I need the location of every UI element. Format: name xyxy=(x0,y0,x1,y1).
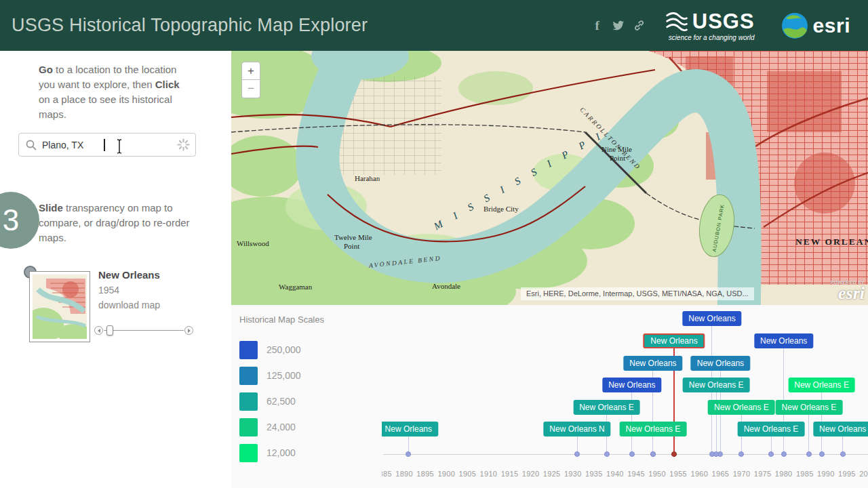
timeline-panel: Historical Map Scales 250,000125,00062,5… xyxy=(231,305,868,488)
axis-year-label: 1885 xyxy=(382,470,392,478)
slider-decrease-button[interactable] xyxy=(94,326,103,335)
axis-year-label: 1940 xyxy=(606,470,624,478)
esri-logo[interactable]: esri xyxy=(781,12,850,39)
download-map-link[interactable]: download map xyxy=(98,300,160,310)
map-year: 1954 xyxy=(98,285,119,296)
axis-year-label: 1990 xyxy=(817,470,835,478)
timeline-connector xyxy=(808,415,809,454)
legend-scale-label: 125,000 xyxy=(267,370,301,381)
axis-year-label: 1965 xyxy=(712,470,730,478)
usgs-logo[interactable]: USGS science for a changing world xyxy=(665,10,755,41)
scale-legend: 250,000125,00062,50024,00012,000 xyxy=(239,340,301,462)
legend-row: 125,000 xyxy=(239,366,301,385)
usgs-tagline: science for a changing world xyxy=(665,34,755,41)
axis-year-label: 1955 xyxy=(669,470,687,478)
search-box xyxy=(18,133,196,157)
axis-year-label: 1950 xyxy=(648,470,666,478)
timeline-map-button[interactable]: New Orleans xyxy=(813,422,868,436)
timeline-year-dot[interactable] xyxy=(604,451,610,457)
legend-color-swatch xyxy=(239,341,258,359)
legend-scale-label: 12,000 xyxy=(267,447,296,458)
search-input[interactable] xyxy=(41,135,172,155)
search-icon xyxy=(25,139,37,151)
text-caret xyxy=(104,139,105,151)
timeline-year-dot[interactable] xyxy=(840,451,846,457)
axis-year-label: 1915 xyxy=(501,470,519,478)
timeline-map-button[interactable]: New Orleans E xyxy=(788,378,855,392)
axis-year-label: 1890 xyxy=(395,470,413,478)
sidebar: Go to a location to the location you wan… xyxy=(0,51,231,488)
instruction-text: Go to a location to the location you wan… xyxy=(39,62,193,122)
axis-year-label: 1930 xyxy=(564,470,582,478)
timeline-map-button[interactable]: New Orleans xyxy=(691,356,750,371)
topo-map-image xyxy=(231,51,868,305)
timeline-map-button[interactable]: New Orleans E xyxy=(573,400,640,415)
timeline-chart[interactable]: New OrleansNew OrleansNew OrleansNew Orl… xyxy=(382,305,868,488)
axis-year-label: 1960 xyxy=(690,470,708,478)
selected-map-card: New Orleans 1954 download map xyxy=(0,266,231,401)
timeline-map-button[interactable]: New Orleans xyxy=(754,333,813,348)
axis-year-label: 1910 xyxy=(480,470,498,478)
timeline-year-dot[interactable] xyxy=(781,451,787,457)
twitter-icon[interactable] xyxy=(612,19,625,33)
facebook-icon[interactable]: f xyxy=(591,19,604,33)
legend-color-swatch xyxy=(239,367,258,385)
loading-spinner-icon xyxy=(177,138,190,151)
timeline-map-button[interactable]: New Orleans E xyxy=(683,378,750,392)
axis-year-label: 1935 xyxy=(585,470,603,478)
right-triangle-icon xyxy=(188,329,191,333)
legend-color-swatch xyxy=(239,392,258,411)
timeline-year-dot[interactable] xyxy=(806,451,812,457)
axis-year-label: 1970 xyxy=(733,470,751,478)
timeline-year-dot[interactable] xyxy=(768,451,774,457)
axis-year-label: 1925 xyxy=(543,470,561,478)
axis-year-label: 1985 xyxy=(796,470,814,478)
timeline-map-button[interactable]: New Orleans E xyxy=(620,422,687,436)
timeline-map-button[interactable]: New Orleans xyxy=(602,378,661,392)
axis-year-label: 1905 xyxy=(459,470,477,478)
timeline-year-dot[interactable] xyxy=(738,451,744,457)
map-view[interactable]: HarahanNine MilePointBridge CityTwelve M… xyxy=(231,51,868,305)
step-3-badge: 3 xyxy=(0,192,39,249)
timeline-map-button[interactable]: New Orleans N xyxy=(543,422,610,436)
timeline-map-button[interactable]: New Orleans E xyxy=(738,422,805,436)
axis-year-label: 1980 xyxy=(775,470,793,478)
powered-by-esri-logo: POWERED BY esri xyxy=(831,281,865,303)
slider-increase-button[interactable] xyxy=(184,326,193,335)
esri-logo-text: esri xyxy=(813,16,850,36)
timeline-year-dot[interactable] xyxy=(671,451,677,457)
map-thumbnail[interactable] xyxy=(29,271,90,342)
left-triangle-icon xyxy=(98,329,100,333)
ibeam-cursor-icon xyxy=(115,138,123,155)
timeline-map-button[interactable]: New Orleans xyxy=(382,422,438,436)
legend-scale-label: 24,000 xyxy=(267,422,296,432)
timeline-year-dot[interactable] xyxy=(819,451,825,457)
timeline-year-dot[interactable] xyxy=(574,451,580,457)
zoom-out-button[interactable]: − xyxy=(241,80,260,98)
share-link-icon[interactable] xyxy=(633,19,646,33)
legend-row: 24,000 xyxy=(239,418,301,436)
timeline-map-button[interactable]: New Orleans xyxy=(623,356,682,371)
zoom-control: + − xyxy=(241,62,260,98)
header: USGS Historical Topographic Map Explorer… xyxy=(0,0,868,51)
timeline-year-dot[interactable] xyxy=(650,451,656,457)
axis-year-label: 2000 xyxy=(859,470,868,478)
timeline-map-button[interactable]: New Orleans E xyxy=(708,400,775,415)
legend-color-swatch xyxy=(239,444,258,462)
slider-handle[interactable] xyxy=(106,325,113,336)
slider-track[interactable] xyxy=(104,330,184,331)
timeline-year-dot[interactable] xyxy=(406,451,411,457)
usgs-logo-text: USGS xyxy=(692,11,755,32)
timeline-year-dot[interactable] xyxy=(629,451,635,457)
legend-scale-label: 250,000 xyxy=(267,344,301,355)
axis-year-label: 1945 xyxy=(627,470,645,478)
timeline-map-button[interactable]: New Orleans xyxy=(643,333,705,348)
timeline-map-button[interactable]: New Orleans xyxy=(682,311,741,326)
legend-color-swatch xyxy=(239,418,258,436)
axis-year-label: 1975 xyxy=(754,470,772,478)
timeline-map-button[interactable]: New Orleans E xyxy=(776,400,843,415)
axis-year-label: 1895 xyxy=(416,470,434,478)
map-title: New Orleans xyxy=(98,269,160,281)
zoom-in-button[interactable]: + xyxy=(241,62,260,80)
map-thumbnail-image xyxy=(33,274,87,339)
